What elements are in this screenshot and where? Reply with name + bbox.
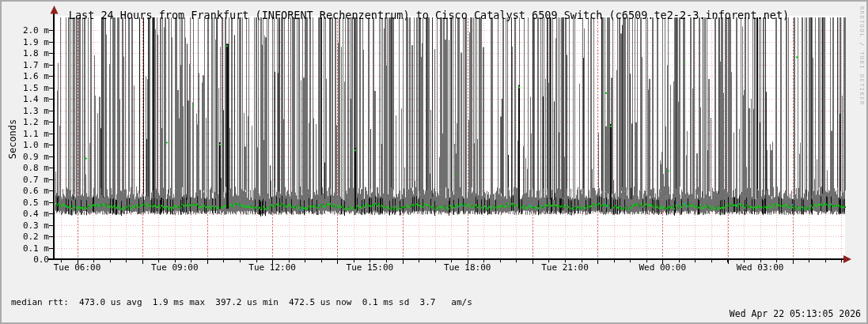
y-tick-label: 1.8 m bbox=[14, 49, 49, 58]
x-tick-label: Tue 06:00 bbox=[46, 263, 109, 272]
x-tick-label: Tue 12:00 bbox=[241, 263, 304, 272]
x-tick-label: Tue 18:00 bbox=[436, 263, 499, 272]
y-tick-label: 1.5 m bbox=[14, 84, 49, 92]
y-tick-label: 0.8 m bbox=[14, 164, 49, 172]
y-tick-label: 1.2 m bbox=[14, 118, 49, 126]
y-tick-label: 1.4 m bbox=[14, 95, 49, 104]
y-tick-label: 0.1 m bbox=[14, 244, 49, 253]
y-tick-label: 2.0 m bbox=[14, 26, 49, 35]
y-tick-label: 0.9 m bbox=[14, 153, 49, 161]
graph-legend: median rtt: 473.0 us avg 1.9 ms max 397.… bbox=[11, 274, 472, 324]
y-tick-label: 1.1 m bbox=[14, 130, 49, 138]
graph-title: Last 24 Hours from Frankfurt (INFORENT R… bbox=[0, 9, 858, 21]
rrdtool-watermark: RRDTOOL / TOBI OETIKER bbox=[859, 6, 865, 106]
y-tick-label: 0.4 m bbox=[14, 209, 49, 218]
generated-timestamp: Wed Apr 22 05:13:05 2026 bbox=[730, 308, 861, 319]
y-tick-label: 0.7 m bbox=[14, 175, 49, 184]
y-tick-label: 0.3 m bbox=[14, 221, 49, 230]
y-tick-label: 0.2 m bbox=[14, 232, 49, 241]
y-tick-label: 1.3 m bbox=[14, 107, 49, 115]
x-tick-label: Tue 21:00 bbox=[533, 263, 597, 272]
y-tick-label: 0.0 bbox=[14, 255, 49, 264]
y-tick-label: 1.0 m bbox=[14, 141, 49, 149]
y-tick-label: 0.6 m bbox=[14, 186, 49, 195]
y-tick-label: 1.9 m bbox=[14, 38, 49, 47]
y-tick-label: 0.5 m bbox=[14, 198, 49, 207]
x-tick-label: Wed 03:00 bbox=[729, 263, 792, 272]
y-tick-label: 1.7 m bbox=[14, 61, 49, 70]
x-tick-label: Tue 09:00 bbox=[143, 263, 207, 272]
x-tick-label: Wed 00:00 bbox=[631, 263, 694, 272]
x-tick-label: Tue 15:00 bbox=[338, 263, 401, 272]
y-tick-label: 1.6 m bbox=[14, 72, 49, 81]
median-rtt-stats: median rtt: 473.0 us avg 1.9 ms max 397.… bbox=[11, 297, 472, 308]
smokeping-latency-graph: Last 24 Hours from Frankfurt (INFORENT R… bbox=[0, 0, 868, 324]
